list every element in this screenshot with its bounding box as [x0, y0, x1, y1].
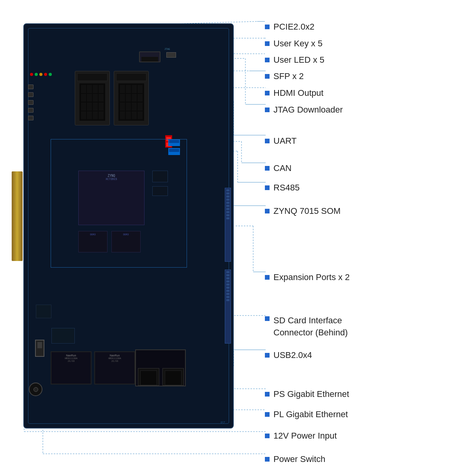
som-outline: ZYNQ XC7Z015 DDR3 DDR3: [51, 139, 187, 268]
memory-chip-1: DDR3: [78, 231, 108, 252]
sfp-module-2: [114, 71, 149, 125]
bullet-can: [265, 166, 270, 171]
label-power-switch: Power Switch: [265, 454, 325, 465]
user-key-1: [28, 85, 33, 89]
text-uart: UART: [273, 136, 297, 147]
bullet-user-led: [265, 58, 270, 62]
bullet-hdmi: [265, 91, 270, 95]
memory-chip-2: DDR3: [111, 231, 141, 252]
label-usb: USB2.0x4: [265, 350, 312, 361]
micro-usb-jtag: [166, 52, 176, 58]
label-ps-eth: PS Gigabit Ethernet: [265, 389, 349, 400]
user-key-3: [28, 100, 33, 105]
text-user-key: User Key x 5: [273, 38, 323, 49]
hdmi-port: [139, 51, 160, 62]
bullet-sdcard: [265, 316, 270, 321]
user-led-4: [44, 73, 47, 76]
text-sfp: SFP x 2: [273, 71, 304, 82]
bullet-usb: [265, 353, 270, 358]
label-user-key: User Key x 5: [265, 38, 323, 49]
text-sdcard: SD Card InterfaceConnector (Behind): [273, 315, 348, 339]
bullet-pl-eth: [265, 412, 270, 417]
power-switch: [35, 340, 44, 357]
label-uart: UART: [265, 136, 297, 147]
pcie-gold-connector: [12, 171, 23, 261]
text-pl-eth: PL Gigabit Ethernet: [273, 409, 348, 420]
label-jtag: JTAG Downloader: [265, 104, 343, 116]
label-can: CAN: [265, 163, 291, 174]
text-power-switch: Power Switch: [273, 454, 325, 465]
label-pl-eth: PL Gigabit Ethernet: [265, 409, 348, 420]
user-led-2: [35, 73, 38, 76]
eth-module-2: NanRun HR911130A 20/08: [94, 351, 135, 384]
bullet-uart: [265, 139, 270, 143]
user-led-1: [30, 73, 33, 76]
label-user-led: User LED x 5: [265, 55, 324, 66]
usb-connectors: [135, 349, 186, 386]
bullet-ps-eth: [265, 392, 270, 397]
label-pcie: PCIE2.0x2: [265, 21, 314, 33]
label-expansion: Expansion Ports x 2: [265, 272, 350, 283]
text-user-led: User LED x 5: [273, 55, 324, 66]
bullet-zynq: [265, 209, 270, 213]
text-usb: USB2.0x4: [273, 350, 312, 361]
jtag-label: JTAG: [164, 48, 170, 50]
text-can: CAN: [273, 163, 291, 174]
user-key-2: [28, 92, 33, 97]
bullet-jtag: [265, 108, 270, 112]
expansion-connector-1: [225, 188, 231, 262]
pcb-board: JTAG ZYNQ XC7Z015 DDR3: [23, 23, 234, 428]
power-input-jack: [29, 383, 42, 396]
user-key-5: [28, 116, 33, 120]
main-container: JTAG ZYNQ XC7Z015 DDR3: [0, 0, 476, 476]
label-zynq: ZYNQ 7015 SOM: [265, 206, 340, 217]
expansion-connector-2: [225, 270, 231, 344]
label-rs485: RS485: [265, 182, 300, 194]
bullet-expansion: [265, 275, 270, 280]
user-led-3: [39, 73, 42, 76]
bullet-user-key: [265, 41, 270, 46]
user-led-5: [49, 73, 52, 76]
label-sdcard: SD Card InterfaceConnector (Behind): [265, 315, 348, 339]
text-zynq: ZYNQ 7015 SOM: [273, 206, 340, 217]
text-12v: 12V Power Input: [273, 430, 337, 442]
text-rs485: RS485: [273, 182, 300, 194]
zynq-chip: ZYNQ XC7Z015: [78, 171, 145, 225]
board-label: PZ: [220, 421, 225, 425]
text-ps-eth: PS Gigabit Ethernet: [273, 389, 349, 400]
bullet-power-switch: [265, 457, 270, 462]
text-jtag: JTAG Downloader: [273, 104, 343, 116]
bullet-sfp: [265, 74, 270, 79]
user-key-4: [28, 108, 33, 113]
text-expansion: Expansion Ports x 2: [273, 272, 350, 283]
text-hdmi: HDMI Output: [273, 88, 323, 99]
bullet-12v: [265, 434, 270, 438]
label-sfp: SFP x 2: [265, 71, 304, 82]
label-12v: 12V Power Input: [265, 430, 337, 442]
bullet-pcie: [265, 25, 270, 29]
sfp-module-1: [75, 71, 110, 125]
bullet-rs485: [265, 185, 270, 190]
label-hdmi: HDMI Output: [265, 88, 323, 99]
text-pcie: PCIE2.0x2: [273, 21, 314, 33]
eth-module-1: NanRun HR911130A 20/08: [51, 351, 92, 384]
